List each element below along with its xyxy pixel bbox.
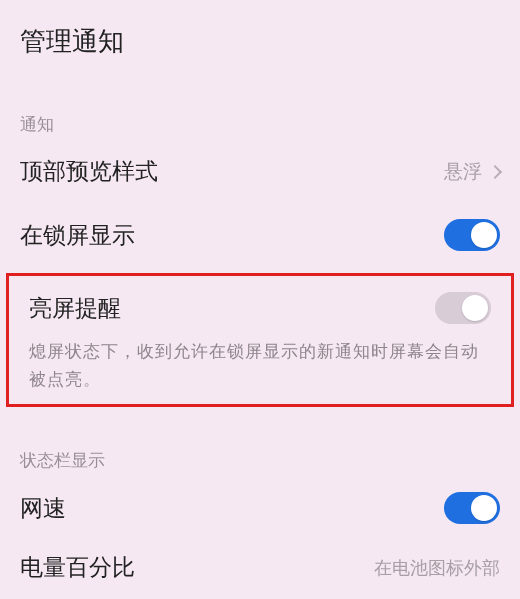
toggle-knob	[462, 295, 488, 321]
row-title-wake: 亮屏提醒	[29, 293, 121, 324]
row-battery-pct[interactable]: 电量百分比 在电池图标外部	[0, 540, 520, 583]
header: 管理通知	[0, 0, 520, 77]
row-lock-screen[interactable]: 在锁屏显示	[0, 203, 520, 267]
settings-screen: 管理通知 通知 顶部预览样式 悬浮 在锁屏显示 亮屏提醒 熄屏状态下，收到允许在…	[0, 0, 520, 599]
row-value-preview: 悬浮	[444, 159, 500, 185]
preview-value-text: 悬浮	[444, 159, 482, 185]
section-label-status: 状态栏显示	[0, 413, 520, 476]
highlight-box: 亮屏提醒 熄屏状态下，收到允许在锁屏显示的新通知时屏幕会自动被点亮。	[6, 273, 514, 407]
chevron-right-icon	[488, 164, 502, 178]
row-title-battery: 电量百分比	[20, 552, 135, 583]
row-title-lockscreen: 在锁屏显示	[20, 220, 135, 251]
row-preview-style[interactable]: 顶部预览样式 悬浮	[0, 140, 520, 203]
page-title: 管理通知	[20, 24, 500, 59]
battery-hint: 在电池图标外部	[374, 556, 500, 580]
row-net-speed[interactable]: 网速	[0, 476, 520, 540]
toggle-knob	[471, 222, 497, 248]
toggle-net-speed[interactable]	[444, 492, 500, 524]
row-wake-reminder[interactable]: 亮屏提醒	[9, 282, 511, 334]
section-label-notify: 通知	[0, 77, 520, 140]
toggle-knob	[471, 495, 497, 521]
row-title-preview: 顶部预览样式	[20, 156, 158, 187]
row-title-netspeed: 网速	[20, 493, 66, 524]
toggle-wake-reminder[interactable]	[435, 292, 491, 324]
toggle-lock-screen[interactable]	[444, 219, 500, 251]
wake-reminder-desc: 熄屏状态下，收到允许在锁屏显示的新通知时屏幕会自动被点亮。	[9, 334, 511, 394]
